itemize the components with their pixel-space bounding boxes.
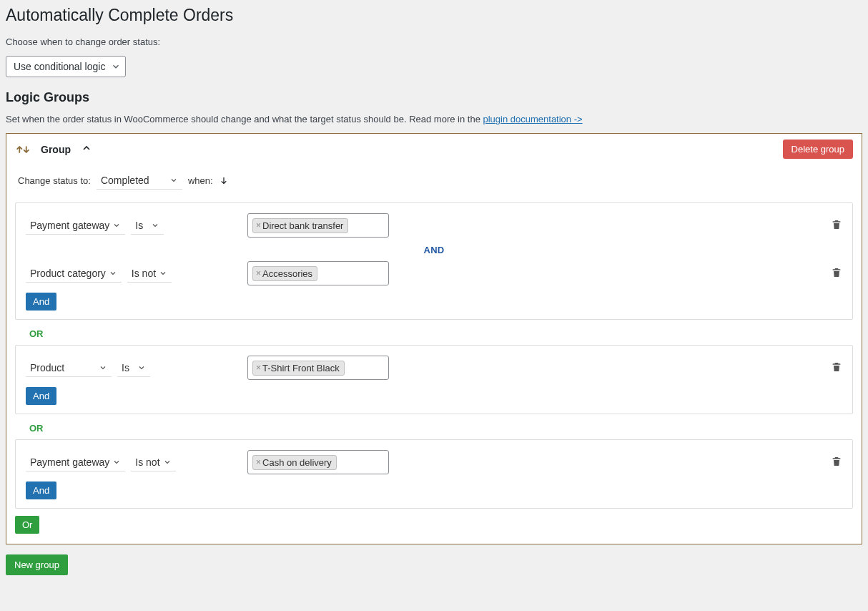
and-separator: AND (26, 245, 842, 255)
value-input[interactable]: × Direct bank transfer (247, 213, 389, 238)
delete-group-button[interactable]: Delete group (783, 140, 853, 159)
add-or-button[interactable]: Or (15, 516, 39, 534)
value-tag-label: Accessories (262, 268, 312, 279)
operator-select[interactable]: Is (117, 359, 150, 377)
remove-tag-icon[interactable]: × (256, 268, 261, 278)
chevron-down-icon (99, 363, 107, 372)
operator-select-value: Is (122, 362, 129, 373)
mode-select-value: Use conditional logic (14, 61, 105, 72)
field-select-value: Product (30, 362, 64, 373)
chevron-down-icon (112, 458, 121, 466)
logic-desc-text: Set when the order status in WooCommerce… (6, 114, 483, 124)
condition-block: Payment gateway Is not × Cash on deliver… (15, 439, 853, 509)
value-tag: × T-Shirt Front Black (252, 361, 345, 376)
value-input[interactable]: × T-Shirt Front Black (247, 356, 389, 380)
group-label: Group (41, 144, 71, 155)
operator-select[interactable]: Is not (127, 265, 172, 283)
logic-groups-heading: Logic Groups (6, 90, 862, 105)
remove-tag-icon[interactable]: × (256, 363, 261, 373)
collapse-toggle-icon[interactable] (81, 142, 92, 156)
operator-select[interactable]: Is not (131, 454, 175, 471)
change-status-label: Change status to: (18, 175, 91, 186)
chevron-down-icon (112, 221, 121, 230)
logic-group: Group Delete group Change status to: Com… (6, 133, 862, 544)
value-tag: × Cash on delivery (252, 455, 337, 470)
choose-label: Choose when to change order status: (6, 36, 862, 47)
logic-groups-description: Set when the order status in WooCommerce… (6, 114, 862, 124)
remove-tag-icon[interactable]: × (256, 457, 261, 467)
value-tag: × Accessories (252, 266, 317, 281)
add-and-button[interactable]: And (26, 387, 56, 405)
field-select-value: Payment gateway (30, 220, 109, 231)
chevron-down-icon (109, 269, 117, 278)
group-header: Group Delete group (15, 140, 853, 159)
chevron-down-icon (169, 176, 178, 185)
sort-handle-icon[interactable] (15, 143, 31, 156)
field-select[interactable]: Product category (26, 265, 122, 283)
status-select-value: Completed (101, 175, 149, 186)
value-tag-label: Cash on delivery (262, 457, 332, 468)
condition-row: Payment gateway Is not × Cash on deliver… (26, 450, 842, 474)
or-separator: OR (29, 423, 853, 434)
remove-tag-icon[interactable]: × (256, 220, 261, 230)
chevron-down-icon (163, 458, 172, 466)
chevron-down-icon (159, 269, 167, 278)
status-row: Change status to: Completed when: (18, 172, 853, 190)
when-label: when: (188, 175, 213, 186)
value-tag: × Direct bank transfer (252, 218, 348, 233)
value-tag-label: T-Shirt Front Black (262, 363, 340, 373)
trash-icon[interactable] (831, 219, 842, 233)
condition-block: Product Is × T-Shirt Front Black And (15, 345, 853, 414)
field-select[interactable]: Payment gateway (26, 217, 125, 235)
field-select-value: Product category (30, 268, 106, 279)
trash-icon[interactable] (831, 361, 842, 375)
operator-select[interactable]: Is (131, 217, 164, 235)
mode-select[interactable]: Use conditional logic (6, 56, 126, 77)
field-select-value: Payment gateway (30, 456, 109, 468)
field-select[interactable]: Product (26, 359, 112, 377)
trash-icon[interactable] (831, 456, 842, 469)
field-select[interactable]: Payment gateway (26, 454, 125, 471)
operator-select-value: Is not (132, 268, 156, 279)
arrow-down-icon (219, 176, 229, 186)
add-and-button[interactable]: And (26, 482, 56, 499)
add-and-button[interactable]: And (26, 293, 56, 311)
condition-block: Payment gateway Is × Direct bank transfe… (15, 202, 853, 320)
operator-select-value: Is (135, 220, 143, 231)
condition-row: Product Is × T-Shirt Front Black (26, 356, 842, 380)
plugin-documentation-link[interactable]: plugin documentation -> (483, 114, 582, 124)
value-tag-label: Direct bank transfer (262, 220, 343, 231)
or-separator: OR (29, 328, 853, 339)
operator-select-value: Is not (135, 456, 159, 468)
new-group-button[interactable]: New group (6, 554, 68, 575)
chevron-down-icon (111, 62, 121, 72)
trash-icon[interactable] (831, 267, 842, 280)
value-input[interactable]: × Cash on delivery (247, 450, 389, 474)
value-input[interactable]: × Accessories (247, 261, 389, 285)
condition-row: Payment gateway Is × Direct bank transfe… (26, 213, 842, 238)
condition-row: Product category Is not × Accessories (26, 261, 842, 285)
page-title: Automatically Complete Orders (6, 6, 862, 25)
chevron-down-icon (151, 221, 159, 230)
status-select[interactable]: Completed (97, 172, 182, 190)
chevron-down-icon (137, 363, 146, 372)
